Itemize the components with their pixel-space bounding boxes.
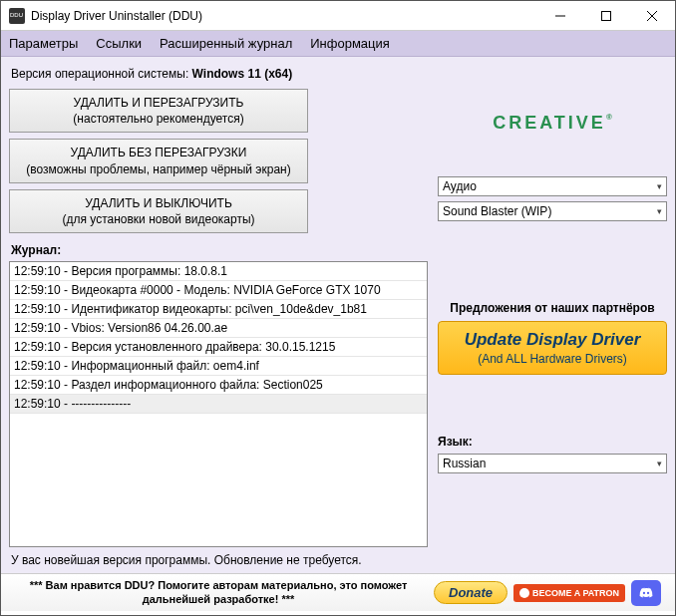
- language-value: Russian: [443, 457, 486, 470]
- app-icon: [9, 8, 25, 24]
- patreon-icon: [519, 588, 529, 598]
- clean-restart-sublabel: (настоятельно рекомендуется): [16, 111, 301, 127]
- chevron-down-icon: ▾: [657, 206, 662, 216]
- right-column: CREATIVE® Аудио ▾ Sound Blaster (WIP) ▾ …: [438, 63, 667, 569]
- content-area: Версия операционной системы: Windows 11 …: [1, 57, 675, 573]
- clean-norestart-label: УДАЛИТЬ БЕЗ ПЕРЕЗАГРУЗКИ: [16, 145, 301, 160]
- clean-restart-label: УДАЛИТЬ И ПЕРЕЗАГРУЗИТЬ: [16, 95, 301, 111]
- svg-rect-1: [602, 11, 611, 20]
- menu-params[interactable]: Параметры: [7, 34, 80, 53]
- log-row[interactable]: 12:59:10 - Версия программы: 18.0.8.1: [10, 262, 427, 281]
- partners-label: Предложения от наших партнёров: [438, 301, 667, 315]
- update-driver-sublabel: (And ALL Hardware Drivers): [445, 352, 660, 366]
- close-icon: [647, 11, 657, 21]
- menu-links[interactable]: Ссылки: [94, 34, 144, 53]
- clean-norestart-sublabel: (возможны проблемы, например чёрный экра…: [16, 161, 301, 177]
- chevron-down-icon: ▾: [657, 459, 662, 468]
- device-value: Sound Blaster (WIP): [443, 204, 551, 218]
- device-type-value: Аудио: [443, 179, 477, 193]
- footer-text: *** Вам нравится DDU? Помогите авторам м…: [9, 579, 428, 607]
- patreon-label: BECOME A PATRON: [532, 588, 619, 598]
- maximize-button[interactable]: [583, 1, 629, 31]
- log-row[interactable]: 12:59:10 - Идентификатор видеокарты: pci…: [10, 300, 427, 319]
- clean-shutdown-sublabel: (для установки новой видеокарты): [16, 211, 301, 227]
- device-type-dropdown[interactable]: Аудио ▾: [438, 176, 667, 196]
- patreon-button[interactable]: BECOME A PATRON: [513, 584, 625, 602]
- log-row[interactable]: 12:59:10 - Vbios: Version86 04.26.00.ae: [10, 319, 427, 338]
- minimize-icon: [555, 11, 565, 21]
- log-row[interactable]: 12:59:10 - ---------------: [10, 395, 427, 414]
- log-row[interactable]: 12:59:10 - Версия установленного драйвер…: [10, 338, 427, 357]
- vendor-logo-reg: ®: [606, 113, 612, 122]
- clean-shutdown-label: УДАЛИТЬ И ВЫКЛЮЧИТЬ: [16, 195, 301, 211]
- footer: *** Вам нравится DDU? Помогите авторам м…: [1, 573, 675, 611]
- os-version-line: Версия операционной системы: Windows 11 …: [9, 63, 428, 89]
- discord-icon: [637, 586, 655, 600]
- left-column: Версия операционной системы: Windows 11 …: [9, 63, 428, 569]
- status-line: У вас новейшая версия программы. Обновле…: [9, 547, 428, 569]
- menu-info[interactable]: Информация: [308, 34, 392, 53]
- log-box[interactable]: 12:59:10 - Версия программы: 18.0.8.1 12…: [9, 261, 428, 547]
- donate-button[interactable]: Donate: [434, 581, 507, 604]
- discord-button[interactable]: [631, 580, 661, 606]
- chevron-down-icon: ▾: [657, 181, 662, 191]
- language-label: Язык:: [438, 435, 667, 449]
- clean-shutdown-button[interactable]: УДАЛИТЬ И ВЫКЛЮЧИТЬ (для установки новой…: [9, 189, 308, 233]
- language-dropdown[interactable]: Russian ▾: [438, 454, 667, 473]
- window-title: Display Driver Uninstaller (DDU): [31, 9, 537, 23]
- titlebar: Display Driver Uninstaller (DDU): [1, 1, 675, 31]
- menu-extended-log[interactable]: Расширенный журнал: [158, 34, 294, 53]
- vendor-logo-text: CREATIVE: [493, 113, 606, 133]
- log-row[interactable]: 12:59:10 - Информационный файл: oem4.inf: [10, 357, 427, 376]
- clean-norestart-button[interactable]: УДАЛИТЬ БЕЗ ПЕРЕЗАГРУЗКИ (возможны пробл…: [9, 139, 308, 182]
- device-dropdown[interactable]: Sound Blaster (WIP) ▾: [438, 201, 667, 221]
- log-row[interactable]: 12:59:10 - Видеокарта #0000 - Модель: NV…: [10, 281, 427, 300]
- update-driver-label: Update Display Driver: [445, 330, 660, 350]
- os-version-value: Windows 11 (x64): [192, 67, 293, 81]
- update-driver-button[interactable]: Update Display Driver (And ALL Hardware …: [438, 321, 667, 375]
- clean-restart-button[interactable]: УДАЛИТЬ И ПЕРЕЗАГРУЗИТЬ (настоятельно ре…: [9, 89, 308, 133]
- log-row[interactable]: 12:59:10 - Раздел информационного файла:…: [10, 376, 427, 395]
- minimize-button[interactable]: [537, 1, 583, 31]
- vendor-logo: CREATIVE®: [438, 113, 667, 134]
- maximize-icon: [601, 11, 611, 21]
- journal-label: Журнал:: [11, 243, 428, 257]
- os-version-label: Версия операционной системы:: [11, 67, 192, 81]
- menubar: Параметры Ссылки Расширенный журнал Инфо…: [1, 31, 675, 57]
- close-button[interactable]: [629, 1, 675, 31]
